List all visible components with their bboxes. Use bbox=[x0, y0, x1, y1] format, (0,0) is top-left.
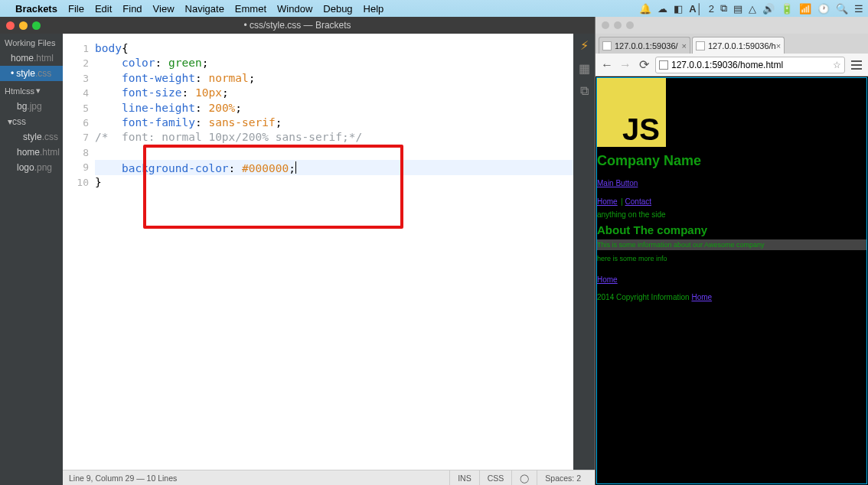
menu-find[interactable]: Find bbox=[122, 3, 142, 15]
code-line-3[interactable]: font-weight: normal; bbox=[95, 71, 573, 86]
forward-button[interactable]: → bbox=[618, 58, 632, 72]
zoom-button[interactable] bbox=[626, 21, 634, 29]
favicon bbox=[696, 41, 705, 50]
code-line-1[interactable]: body{ bbox=[95, 41, 573, 56]
line-gutter: 12345678910 bbox=[63, 34, 95, 190]
brackets-window: • css/style.css — Brackets Working Files… bbox=[0, 17, 596, 485]
code-line-6[interactable]: font-family: sans-serif; bbox=[95, 116, 573, 130]
chrome-toolbar: ← → ⟳ 127.0.0.1:59036/home.html ☆ bbox=[596, 54, 868, 76]
zoom-button[interactable] bbox=[32, 21, 41, 30]
working-file-style[interactable]: •style.css bbox=[0, 66, 63, 81]
extension-manager-icon[interactable]: ▦ bbox=[576, 60, 592, 76]
bookmark-star-icon[interactable]: ☆ bbox=[833, 60, 841, 70]
menu-emmet[interactable]: Emmet bbox=[235, 3, 266, 15]
spotlight-icon[interactable]: 🔍 bbox=[836, 3, 848, 15]
window-title: • css/style.css — Brackets bbox=[243, 20, 351, 31]
live-preview-icon[interactable]: ⚡︎ bbox=[576, 37, 592, 54]
chrome-window: 127.0.0.1:59036/×127.0.0.1:59036/h× ← → … bbox=[596, 17, 868, 485]
display-icon[interactable]: ◧ bbox=[674, 3, 683, 15]
address-bar[interactable]: 127.0.0.1:59036/home.html ☆ bbox=[655, 57, 845, 73]
favicon bbox=[602, 41, 612, 50]
language-mode[interactable]: CSS bbox=[479, 470, 512, 485]
tool-rail: ⚡︎ ▦ ⧉ bbox=[573, 34, 595, 470]
menu-file[interactable]: File bbox=[68, 3, 84, 15]
menu-navigate[interactable]: Navigate bbox=[185, 3, 224, 15]
tree-file-bg[interactable]: bg.jpg bbox=[0, 99, 63, 114]
brackets-titlebar: • css/style.css — Brackets bbox=[0, 17, 595, 34]
wifi-icon[interactable]: 📶 bbox=[799, 3, 811, 15]
page-viewport[interactable]: JS Company Name Main Button Home | Conta… bbox=[596, 77, 867, 484]
close-button[interactable] bbox=[6, 21, 15, 30]
paragraph-2: here is some more info bbox=[597, 250, 866, 267]
battery2-icon[interactable]: 🔋 bbox=[781, 3, 793, 15]
code-line-8[interactable] bbox=[95, 145, 573, 160]
code-line-4[interactable]: font-size: 10px; bbox=[95, 86, 573, 100]
mac-menubar: Brackets FileEditFindViewNavigateEmmetWi… bbox=[0, 0, 868, 17]
dropbox-icon[interactable]: ⧉ bbox=[720, 2, 727, 15]
app-icon[interactable]: 2 bbox=[709, 3, 714, 15]
tree-file-style[interactable]: style.css bbox=[0, 129, 63, 145]
link-home[interactable]: Home bbox=[597, 275, 618, 284]
list-icon[interactable]: ☰ bbox=[854, 3, 863, 15]
minimize-button[interactable] bbox=[19, 21, 28, 30]
reload-button[interactable]: ⟳ bbox=[637, 58, 651, 72]
volume-icon[interactable]: 🔊 bbox=[762, 3, 775, 15]
adobe-icon[interactable]: A│ bbox=[689, 3, 703, 15]
chrome-menu-icon[interactable] bbox=[850, 60, 863, 70]
footer: 2014 Copyright Information Home bbox=[597, 290, 866, 308]
menu-help[interactable]: Help bbox=[364, 3, 384, 15]
chrome-tab[interactable]: 127.0.0.1:59036/h× bbox=[692, 37, 785, 54]
main-button-link[interactable]: Main Button bbox=[597, 179, 638, 187]
chrome-tab[interactable]: 127.0.0.1:59036/× bbox=[599, 37, 690, 54]
code-line-9[interactable]: background-color: #000000; bbox=[95, 160, 573, 174]
nav-contact-link[interactable]: Contact bbox=[625, 197, 651, 206]
code-line-5[interactable]: line-height: 200%; bbox=[95, 101, 573, 116]
working-files-header[interactable]: Working Files bbox=[0, 34, 63, 50]
tab-close-icon[interactable]: × bbox=[776, 41, 781, 50]
working-file-home[interactable]: home.html bbox=[0, 50, 63, 66]
project-root[interactable]: htmlcss▾ bbox=[0, 81, 63, 99]
menu-window[interactable]: Window bbox=[277, 3, 312, 15]
menu-view[interactable]: View bbox=[153, 3, 175, 15]
aside-text: anything on the side bbox=[597, 209, 866, 220]
cursor-position: Line 9, Column 29 — 10 Lines bbox=[69, 474, 449, 483]
clock-icon[interactable]: 🕐 bbox=[817, 3, 830, 15]
tree-file-logo[interactable]: logo.png bbox=[0, 160, 63, 175]
url-text: 127.0.0.1:59036/home.html bbox=[671, 60, 783, 70]
page-icon bbox=[659, 60, 668, 70]
gdrive-icon[interactable]: △ bbox=[749, 3, 756, 15]
chrome-tabstrip: 127.0.0.1:59036/×127.0.0.1:59036/h× bbox=[596, 34, 868, 54]
js-logo: JS bbox=[597, 78, 666, 147]
menu-debug[interactable]: Debug bbox=[323, 3, 352, 15]
status-bar: Line 9, Column 29 — 10 Lines INS CSS ◯ S… bbox=[63, 470, 595, 485]
page-h1: Company Name bbox=[597, 147, 866, 172]
notification-icon[interactable]: 🔔 bbox=[639, 3, 651, 15]
folder-css[interactable]: ▾css bbox=[0, 114, 63, 129]
code-line-2[interactable]: color: green; bbox=[95, 56, 573, 70]
mac-menubar-right: 🔔 ☁︎ ◧ A│ 2 ⧉ ▤ △ 🔊 🔋 📶 🕐 🔍 ☰ bbox=[639, 2, 863, 15]
battery-icon[interactable]: ▤ bbox=[733, 3, 742, 15]
brackets-sidebar: Working Files home.html•style.css htmlcs… bbox=[0, 34, 63, 485]
code-editor[interactable]: 12345678910 body{ color: green; font-wei… bbox=[63, 34, 573, 470]
encoding-circle[interactable]: ◯ bbox=[511, 470, 537, 485]
code-line-7[interactable]: /* font: normal 10px/200% sans-serif;*/ bbox=[95, 130, 573, 145]
page-h2: About The company bbox=[597, 220, 866, 239]
plugin-icon[interactable]: ⧉ bbox=[576, 83, 592, 99]
footer-home-link[interactable]: Home bbox=[691, 293, 712, 301]
nav-home-link[interactable]: Home bbox=[597, 197, 618, 206]
indent-setting[interactable]: Spaces: 2 bbox=[537, 470, 589, 485]
window-controls[interactable] bbox=[6, 21, 41, 30]
code-line-10[interactable]: } bbox=[95, 175, 573, 190]
back-button[interactable]: ← bbox=[600, 58, 614, 72]
headphones-icon[interactable]: ☁︎ bbox=[658, 3, 667, 15]
close-button[interactable] bbox=[602, 21, 609, 29]
app-name[interactable]: Brackets bbox=[15, 3, 57, 15]
tab-close-icon[interactable]: × bbox=[682, 41, 687, 50]
paragraph-1: This is some information about our Aweso… bbox=[597, 239, 866, 250]
minimize-button[interactable] bbox=[614, 21, 622, 29]
chrome-titlebar bbox=[596, 17, 868, 34]
menu-edit[interactable]: Edit bbox=[95, 3, 112, 15]
insert-mode[interactable]: INS bbox=[449, 470, 479, 485]
tree-file-home[interactable]: home.html bbox=[0, 145, 63, 160]
